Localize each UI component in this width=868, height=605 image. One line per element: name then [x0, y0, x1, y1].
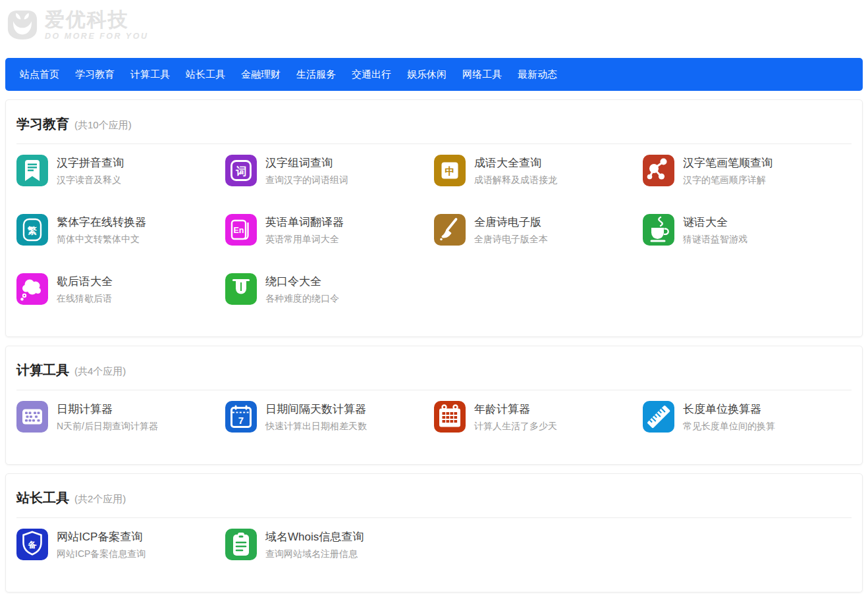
app-date-calculator[interactable]: 日期计算器N天前/后日期查询计算器	[16, 401, 225, 434]
molecule-icon	[643, 155, 674, 186]
logo-link[interactable]: 爱优科技 DO MORE FOR YOU	[5, 9, 148, 41]
app-age-calculator[interactable]: 年龄计算器计算人生活了多少天	[434, 401, 643, 434]
calendar-7-icon: 7	[225, 401, 257, 433]
app-subtitle: 猜谜语益智游戏	[683, 232, 747, 246]
app-title: 汉字笔画笔顺查询	[683, 155, 773, 171]
nav-item-traffic[interactable]: 交通出行	[344, 58, 399, 91]
app-hanzi-zuci[interactable]: 词汉字组词查询查询汉字的词语组词	[225, 155, 434, 188]
nav-item-webmaster[interactable]: 站长工具	[178, 58, 233, 91]
app-title: 长度单位换算器	[683, 401, 775, 417]
nav-item-network[interactable]: 网络工具	[454, 58, 510, 91]
section-title: 计算工具	[16, 361, 69, 379]
app-bihua-bishun[interactable]: 汉字笔画笔顺查询汉字的笔画顺序详解	[643, 155, 852, 188]
app-raokouling[interactable]: 绕口令大全各种难度的绕口令	[225, 273, 434, 306]
app-text: 汉字组词查询查询汉字的词语组词	[265, 155, 348, 188]
teacup-icon	[643, 214, 674, 246]
main-navbar: 站点首页学习教育计算工具站长工具金融理财生活服务交通出行娱乐休闲网络工具最新动态	[5, 58, 863, 91]
english-card-icon: En	[225, 214, 257, 246]
section-app-count: (共4个应用)	[74, 365, 126, 378]
app-subtitle: 汉字读音及释义	[57, 172, 124, 187]
app-text: 谜语大全猜谜语益智游戏	[683, 214, 747, 247]
clipboard-icon	[225, 529, 257, 560]
app-subtitle: 汉字的笔画顺序详解	[683, 172, 773, 187]
app-chengyu-daquan[interactable]: 中成语大全查询成语解释及成语接龙	[434, 155, 643, 188]
app-icp-lookup[interactable]: 备网站ICP备案查询网站ICP备案信息查询	[16, 529, 225, 562]
nav-item-calc[interactable]: 计算工具	[122, 58, 178, 91]
app-english-words[interactable]: En英语单词翻译器英语常用单词大全	[225, 214, 434, 247]
svg-text:备: 备	[28, 540, 38, 550]
svg-text:7: 7	[238, 415, 244, 426]
app-text: 日期间隔天数计算器快速计算出日期相差天数	[265, 401, 367, 434]
app-title: 域名Whois信息查询	[265, 529, 364, 545]
calendar-grid-icon	[434, 401, 466, 433]
app-quantangshi[interactable]: 全唐诗电子版全唐诗电子版全本	[434, 214, 643, 247]
app-title: 英语单词翻译器	[265, 214, 344, 230]
app-hanzi-pinyin[interactable]: 汉字拼音查询汉字读音及释义	[16, 155, 225, 188]
svg-text:中: 中	[445, 165, 455, 176]
app-title: 绕口令大全	[265, 273, 339, 290]
shield-icon: 备	[16, 529, 48, 560]
app-text: 长度单位换算器常见长度单位间的换算	[683, 401, 775, 434]
app-title: 繁体字在线转换器	[57, 214, 146, 230]
app-subtitle: 计算人生活了多少天	[474, 419, 557, 433]
app-text: 年龄计算器计算人生活了多少天	[474, 401, 557, 434]
page-header: 爱优科技 DO MORE FOR YOU	[0, 0, 868, 58]
app-whois-lookup[interactable]: 域名Whois信息查询查询网站域名注册信息	[225, 529, 434, 562]
bookmark-doc-icon	[16, 155, 48, 186]
app-days-between[interactable]: 7日期间隔天数计算器快速计算出日期相差天数	[225, 401, 434, 434]
nav-item-entertainment[interactable]: 娱乐休闲	[399, 58, 454, 91]
nav-item-life[interactable]: 生活服务	[288, 58, 344, 91]
section-title: 学习教育	[16, 115, 69, 133]
app-title: 日期间隔天数计算器	[265, 401, 367, 417]
app-grid: 备网站ICP备案查询网站ICP备案信息查询 域名Whois信息查询查询网站域名注…	[16, 518, 852, 562]
app-title: 全唐诗电子版	[474, 214, 548, 230]
nav-item-news[interactable]: 最新动态	[510, 58, 565, 91]
word-frame-icon: 词	[225, 155, 257, 186]
nav-menu: 站点首页学习教育计算工具站长工具金融理财生活服务交通出行娱乐休闲网络工具最新动态	[12, 58, 565, 91]
app-grid: 汉字拼音查询汉字读音及释义 词汉字组词查询查询汉字的词语组词 中成语大全查询成语…	[16, 144, 852, 306]
nav-item-study[interactable]: 学习教育	[67, 58, 122, 91]
section-header: 计算工具(共4个应用)	[16, 361, 852, 379]
app-subtitle: 常见长度单位间的换算	[683, 419, 775, 433]
iu-logo-icon	[5, 9, 40, 41]
app-title: 汉字拼音查询	[57, 155, 124, 171]
app-title: 年龄计算器	[474, 401, 557, 417]
section-webmaster: 站长工具(共2个应用) 备网站ICP备案查询网站ICP备案信息查询 域名Whoi…	[5, 473, 863, 592]
app-text: 汉字笔画笔顺查询汉字的笔画顺序详解	[683, 155, 773, 188]
app-subtitle: 各种难度的绕口令	[265, 291, 339, 305]
fanti-frame-icon: 繁	[16, 214, 48, 246]
app-subtitle: 成语解释及成语接龙	[474, 172, 557, 187]
app-text: 繁体字在线转换器简体中文转繁体中文	[57, 214, 146, 247]
app-title: 歇后语大全	[57, 273, 113, 290]
logo-text: 爱优科技 DO MORE FOR YOU	[45, 9, 148, 41]
app-grid: 日期计算器N天前/后日期查询计算器 7日期间隔天数计算器快速计算出日期相差天数 …	[16, 390, 852, 434]
app-miyu-daquan[interactable]: 谜语大全猜谜语益智游戏	[643, 214, 852, 247]
app-length-converter[interactable]: 长度单位换算器常见长度单位间的换算	[643, 401, 852, 434]
app-title: 汉字组词查询	[265, 155, 348, 171]
brand-name: 爱优科技	[45, 9, 148, 30]
nav-item-home[interactable]: 站点首页	[12, 58, 67, 91]
ruler-icon	[643, 401, 674, 433]
section-header: 学习教育(共10个应用)	[16, 115, 852, 133]
app-subtitle: 全唐诗电子版全本	[474, 232, 548, 246]
app-text: 歇后语大全在线猜歇后语	[57, 273, 113, 306]
sections-container: 学习教育(共10个应用) 汉字拼音查询汉字读音及释义 词汉字组词查询查询汉字的词…	[0, 99, 868, 592]
app-text: 全唐诗电子版全唐诗电子版全本	[474, 214, 548, 247]
zhong-tile-icon: 中	[434, 155, 466, 186]
app-xiehouyu-daquan[interactable]: 歇后语大全在线猜歇后语	[16, 273, 225, 306]
svg-text:繁: 繁	[27, 225, 37, 236]
app-text: 域名Whois信息查询查询网站域名注册信息	[265, 529, 364, 562]
section-header: 站长工具(共2个应用)	[16, 488, 852, 507]
svg-text:En: En	[234, 226, 244, 235]
app-subtitle: 网站ICP备案信息查询	[57, 546, 146, 561]
app-text: 汉字拼音查询汉字读音及释义	[57, 155, 124, 188]
abacus-icon	[16, 401, 48, 433]
paintbrush-icon	[434, 214, 466, 246]
section-title: 站长工具	[16, 488, 69, 507]
app-subtitle: 英语常用单词大全	[265, 232, 344, 246]
nav-item-finance[interactable]: 金融理财	[233, 58, 288, 91]
app-fanti-converter[interactable]: 繁繁体字在线转换器简体中文转繁体中文	[16, 214, 225, 247]
app-text: 成语大全查询成语解释及成语接龙	[474, 155, 557, 188]
app-subtitle: 查询汉字的词语组词	[265, 172, 348, 187]
brand-tagline: DO MORE FOR YOU	[45, 32, 148, 41]
